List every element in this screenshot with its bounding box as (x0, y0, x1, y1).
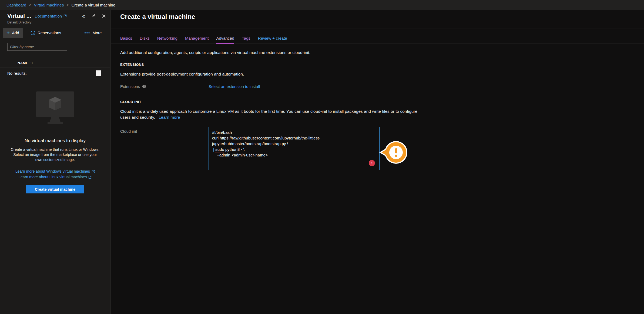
misspelled-word: sudo (215, 147, 224, 152)
breadcrumb: Dashboard > Virtual machines > Create a … (0, 0, 644, 10)
close-icon (102, 14, 106, 18)
extensions-description: Extensions provide post-deployment confi… (120, 72, 635, 77)
ellipsis-icon: ••• (85, 30, 90, 35)
cloud-init-field-label: Cloud init (120, 129, 137, 134)
cloud-init-field-row: Cloud init #!/bin/bashcurl https://raw.g… (120, 127, 635, 170)
main-header: Create a virtual machine (111, 10, 644, 29)
add-label: Add (12, 30, 19, 35)
breadcrumb-virtual-machines[interactable]: Virtual machines (34, 3, 64, 7)
external-link-icon (88, 176, 92, 179)
blade-title: Virtual ... (7, 13, 31, 19)
breadcrumb-dashboard[interactable]: Dashboard (6, 3, 26, 7)
tab-basics[interactable]: Basics (120, 36, 132, 44)
sort-arrows-icon[interactable]: ↑↓ (30, 61, 33, 64)
select-extension-link[interactable]: Select an extension to install (209, 84, 260, 89)
row-checkbox[interactable] (96, 70, 101, 76)
learn-windows-vm-link[interactable]: Learn more about Windows virtual machine… (15, 169, 95, 174)
list-header: NAME ↑↓ (0, 59, 110, 67)
sidebar-header: Virtual ... Documentation « Default Dire… (0, 10, 110, 24)
code-line: jupyterhub/master/bootstrap/bootstrap.py… (212, 141, 376, 146)
no-results-text: No results. (7, 71, 27, 76)
extensions-section-title: EXTENSIONS (120, 63, 635, 67)
code-line: curl https://raw.githubusercontent.com/j… (212, 135, 376, 141)
advanced-intro-text: Add additional configuration, agents, sc… (120, 50, 635, 55)
pin-blade-button[interactable] (91, 14, 96, 18)
learn-linux-vm-label: Learn more about Linux virtual machines (19, 174, 87, 180)
tab-management[interactable]: Management (185, 36, 209, 44)
filter-by-name-input[interactable] (7, 43, 67, 51)
add-button[interactable]: + Add (3, 28, 23, 38)
tab-tags[interactable]: Tags (242, 36, 250, 44)
extensions-field-row: Extensions Select an extension to instal… (120, 84, 635, 89)
learn-windows-vm-label: Learn more about Windows virtual machine… (15, 169, 90, 174)
extensions-field-label: Extensions (120, 84, 140, 89)
page-title: Create a virtual machine (120, 13, 644, 21)
sidebar-toolbar: + Add Reservations ••• More (0, 28, 110, 38)
double-chevron-left-icon: « (82, 14, 85, 18)
pin-icon (91, 14, 96, 18)
close-blade-button[interactable] (102, 14, 106, 18)
cloud-init-section-title: CLOUD INIT (120, 100, 635, 104)
directory-name: Default Directory (7, 21, 106, 24)
virtual-machines-blade: Virtual ... Documentation « Default Dire… (0, 10, 110, 314)
create-virtual-machine-button[interactable]: Create virtual machine (26, 185, 84, 193)
plus-icon: + (6, 30, 10, 35)
code-line: --admin <admin-user-name> (212, 152, 376, 158)
breadcrumb-separator: > (29, 3, 31, 7)
cloud-init-description: Cloud init is a widely used approach to … (120, 108, 425, 120)
reservations-label: Reservations (38, 30, 61, 35)
tab-disks[interactable]: Disks (140, 36, 150, 44)
code-line: | sudo python3 - \ (212, 146, 376, 152)
cloud-init-code: #!/bin/bashcurl https://raw.githubuserco… (212, 129, 376, 158)
annotation-pointer (379, 141, 407, 164)
clock-icon (31, 30, 35, 35)
annotation-step-badge: 1 (369, 160, 375, 166)
more-label: More (92, 30, 102, 35)
warning-pointer-icon (379, 141, 407, 164)
advanced-tab-panel: Add additional configuration, agents, sc… (111, 43, 644, 170)
azure-portal-page: Dashboard > Virtual machines > Create a … (0, 0, 644, 314)
documentation-label: Documentation (35, 14, 62, 18)
info-icon[interactable] (142, 84, 146, 88)
breadcrumb-separator: > (66, 3, 69, 7)
external-link-icon (92, 170, 95, 173)
empty-state-heading: No virtual machines to display (0, 138, 110, 144)
more-button[interactable]: ••• More (81, 28, 106, 38)
create-vm-blade: Create a virtual machine Basics Disks Ne… (111, 10, 644, 314)
no-results-row: No results. (0, 67, 110, 79)
documentation-link[interactable]: Documentation (35, 14, 67, 18)
cloud-init-textarea[interactable]: #!/bin/bashcurl https://raw.githubuserco… (209, 127, 380, 170)
empty-state-body: Create a virtual machine that runs Linux… (11, 147, 100, 162)
reservations-button[interactable]: Reservations (27, 28, 65, 38)
external-link-icon (63, 14, 67, 18)
tab-advanced[interactable]: Advanced (216, 36, 234, 44)
wizard-tabs: Basics Disks Networking Management Advan… (111, 36, 644, 43)
name-column-header[interactable]: NAME (18, 61, 28, 65)
collapse-blade-button[interactable]: « (82, 14, 85, 18)
monitor-cube-icon (35, 91, 75, 125)
learn-linux-vm-link[interactable]: Learn more about Linux virtual machines (19, 174, 92, 180)
code-line: #!/bin/bash (212, 129, 376, 135)
tab-networking[interactable]: Networking (157, 36, 177, 44)
learn-more-link[interactable]: Learn more (159, 115, 180, 120)
empty-state-illustration (0, 91, 110, 125)
tab-review-create[interactable]: Review + create (258, 36, 287, 44)
breadcrumb-current: Create a virtual machine (71, 3, 115, 7)
